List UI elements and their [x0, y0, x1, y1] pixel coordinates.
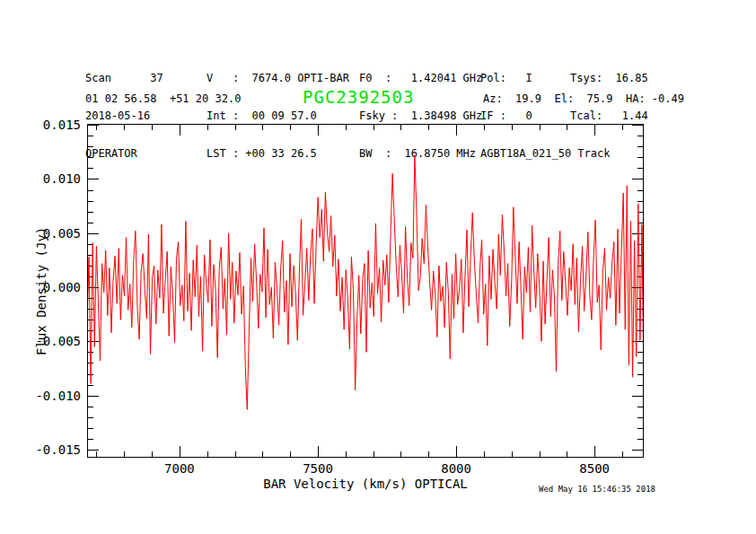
- plot-timestamp: Wed May 16 15:46:35 2018: [539, 485, 664, 494]
- spectrum-line: [87, 155, 644, 409]
- az-el-ha-readout: Az: 19.9 El: 75.9 HA: -0.49: [483, 92, 684, 105]
- spectrum-plot-canvas: [87, 124, 644, 458]
- integration-time: Int : 00 09 57.0: [207, 109, 349, 122]
- source-coordinates: 01 02 56.58 +51 20 32.0: [85, 92, 241, 105]
- x-tick-label: 7000: [144, 461, 215, 476]
- source-name-title: PGC2392503: [303, 87, 414, 107]
- tcal-value: Tcal: 1.44: [570, 109, 648, 122]
- gbtidl-spectrum-window: Scan 37 2018-05-16 OPERATOR V : 7674.0 O…: [0, 0, 756, 534]
- velocity-value: V : 7674.0 OPTI-BAR: [207, 72, 349, 84]
- x-tick-label: 7500: [282, 461, 354, 476]
- scan-number: Scan 37: [85, 72, 163, 84]
- rest-frequency: F0 : 1.42041 GHz: [359, 72, 482, 84]
- sky-frequency: Fsky : 1.38498 GHz: [359, 109, 482, 122]
- observation-date: 2018-05-16: [85, 109, 163, 122]
- x-tick-label: 8000: [420, 461, 492, 476]
- y-axis-title: Flux Density (Jy): [32, 124, 50, 458]
- x-tick-label: 8500: [558, 461, 630, 476]
- tsys-value: Tsys: 16.85: [570, 72, 648, 84]
